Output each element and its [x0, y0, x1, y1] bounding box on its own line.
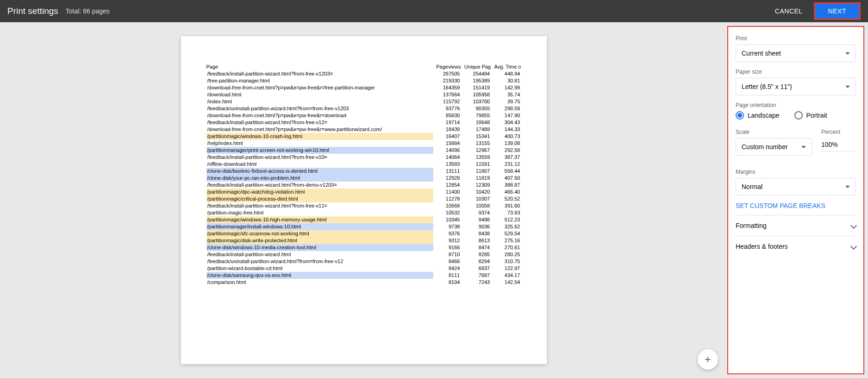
table-row: /partitionmagic/disk-write-protected.htm…	[206, 237, 521, 244]
add-page-button[interactable]: +	[698, 349, 718, 370]
table-row: /help/index.html1588413155139.08	[206, 140, 521, 147]
scale-label: Scale	[736, 129, 812, 135]
table-row: /clone-disk/windows-10-media-creation-to…	[206, 244, 521, 251]
table-row: /feedback/install-partition-wizard.html?…	[206, 182, 521, 189]
headers-footers-section[interactable]: Headers & footers	[736, 236, 856, 257]
table-row: /partitionmanager/print-screen-not-worki…	[206, 147, 521, 154]
preview-page: Page Pageviews Unique Pag Avg. Time o /f…	[181, 36, 547, 364]
chevron-down-icon	[850, 222, 857, 229]
table-row: /comparison.html81047243142.54	[206, 279, 521, 286]
table-row: /feedback/uninstall-partition-wizard.htm…	[206, 105, 521, 112]
caret-down-icon	[845, 52, 850, 55]
table-row: /download-free-from-cnet.html?p=pw&e=pw-…	[206, 112, 521, 119]
topbar: Print settings Total: 66 pages CANCEL NE…	[0, 0, 868, 22]
formatting-label: Formatting	[736, 222, 767, 229]
next-button[interactable]: NEXT	[814, 2, 861, 20]
margins-label: Margins	[736, 169, 856, 175]
table-row: /feedback/install-partition-wizard.html?…	[206, 154, 521, 161]
table-row: /free-partition-manager.html219330195389…	[206, 77, 521, 84]
table-row: /download.html13766410595835.74	[206, 91, 521, 98]
table-row: /offline-download.html1358311591231.12	[206, 161, 521, 168]
cancel-button[interactable]: CANCEL	[768, 4, 810, 19]
table-row: /feedback/uninstall-partition-wizard.htm…	[206, 258, 521, 265]
scale-select[interactable]: Custom number	[736, 138, 812, 156]
table-row: /clone-disk/samsung-qvo-vs-evo.html81117…	[206, 272, 521, 279]
caret-down-icon	[845, 86, 850, 88]
caret-down-icon	[845, 186, 850, 188]
table-row: /feedback/install-partition-wizard.html?…	[206, 119, 521, 126]
chevron-down-icon	[850, 243, 857, 250]
margins-value: Normal	[742, 183, 762, 190]
col-page: Page	[206, 64, 433, 70]
percent-label: Percent	[821, 129, 856, 135]
portrait-label: Portrait	[806, 112, 827, 119]
table-row: /download-free-from-cnet.html?p=pw&e=pw-…	[206, 126, 521, 133]
table-row: /partitionmanager/install-windows-10.htm…	[206, 223, 521, 230]
page-total: Total: 66 pages	[66, 7, 110, 15]
orientation-label: Page orientation	[736, 102, 856, 108]
paper-size-select[interactable]: Letter (8.5" x 11")	[736, 78, 856, 95]
print-select-value: Current sheet	[742, 50, 781, 57]
preview-table: Page Pageviews Unique Pag Avg. Time o /f…	[206, 64, 521, 286]
table-row: /index.html11579210370039.75	[206, 98, 521, 105]
radio-selected-icon	[736, 111, 744, 120]
table-row: /feedback/install-partition-wizard.html?…	[206, 70, 521, 77]
paper-size-value: Letter (8.5" x 11")	[742, 83, 792, 90]
set-page-breaks-link[interactable]: SET CUSTOM PAGE BREAKS	[736, 202, 856, 209]
table-row: /partition-magic-free.html10532937473.93	[206, 209, 521, 216]
col-upv: Unique Pag	[461, 64, 491, 70]
page-title: Print settings	[7, 6, 58, 16]
print-label: Print	[736, 35, 856, 42]
table-row: /partition-wizard-bootable-cd.html842468…	[206, 265, 521, 272]
preview-area: Page Pageviews Unique Pag Avg. Time o /f…	[0, 22, 727, 378]
table-row: /feedback/install-partition-wizard.html8…	[206, 251, 521, 258]
landscape-label: Landscape	[748, 112, 780, 119]
settings-sidebar: Print Current sheet Paper size Letter (8…	[727, 26, 864, 374]
paper-size-label: Paper size	[736, 69, 856, 75]
scale-value: Custom number	[742, 143, 788, 151]
radio-unselected-icon	[794, 111, 803, 120]
portrait-radio[interactable]: Portrait	[794, 111, 827, 120]
headers-label: Headers & footers	[736, 243, 788, 250]
formatting-section[interactable]: Formatting	[736, 215, 856, 236]
table-row: /download-free-from-cnet.html?p=pw&e=pw-…	[206, 84, 521, 91]
table-row: /partitionmagic/dpc-watchdog-violation.h…	[206, 189, 521, 195]
table-row: /partitionmagic/windows-10-crash-log.htm…	[206, 133, 521, 140]
table-row: /partitionmagic/critical-process-died.ht…	[206, 195, 521, 202]
landscape-radio[interactable]: Landscape	[736, 111, 780, 120]
table-row: /feedback/install-partition-wizard.html?…	[206, 202, 521, 209]
percent-input[interactable]	[821, 138, 856, 151]
margins-select[interactable]: Normal	[736, 178, 856, 195]
col-pv: Pageviews	[433, 64, 461, 70]
col-time: Avg. Time o	[491, 64, 521, 70]
table-row: /clone-disk/bootrec-fixboot-access-is-de…	[206, 168, 521, 175]
caret-down-icon	[801, 146, 806, 148]
print-select[interactable]: Current sheet	[736, 44, 856, 62]
plus-icon: +	[705, 353, 711, 366]
table-row: /partitionmagic/windows-10-high-memory-u…	[206, 216, 521, 223]
table-row: /partitionmagic/sfc-scannow-not-working.…	[206, 230, 521, 237]
table-row: /clone-disk/your-pc-ran-into-problem.htm…	[206, 175, 521, 182]
